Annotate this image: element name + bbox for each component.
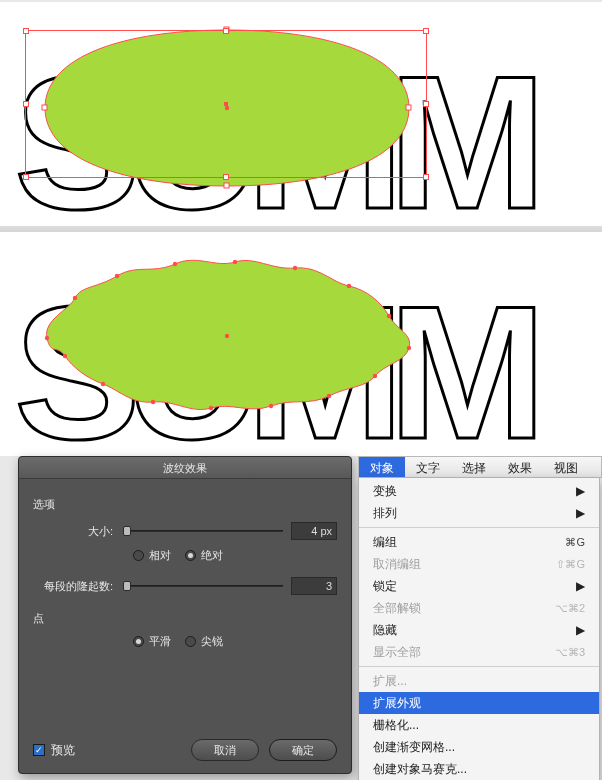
panel-region: 波纹效果 选项 大小: 相对 绝对 每段的隆起数: [0, 456, 602, 780]
size-input[interactable] [291, 522, 337, 540]
preview-checkbox[interactable]: ✓ 预览 [33, 742, 75, 759]
svg-point-12 [347, 284, 351, 288]
menu-item[interactable]: 扩展外观 [359, 692, 599, 714]
preview-label: 预览 [51, 742, 75, 759]
selection-bounding-box[interactable] [25, 30, 427, 178]
svg-point-20 [101, 382, 105, 386]
menu-type[interactable]: 文字 [405, 457, 451, 477]
menu-item: 全部解锁⌥⌘2 [359, 597, 599, 619]
svg-point-18 [209, 406, 213, 410]
options-group-label: 选项 [33, 497, 337, 512]
menu-item-label: 栅格化... [373, 717, 585, 734]
menu-item-label: 创建渐变网格... [373, 739, 585, 756]
menu-item-label: 变换 [373, 483, 576, 500]
submenu-arrow-icon: ▶ [576, 484, 585, 498]
submenu-arrow-icon: ▶ [576, 623, 585, 637]
menu-shortcut: ⇧⌘G [556, 558, 585, 571]
svg-point-16 [327, 394, 331, 398]
svg-point-8 [115, 274, 119, 278]
svg-point-19 [151, 400, 155, 404]
points-group-label: 点 [33, 611, 337, 626]
corner-radio[interactable]: 尖锐 [185, 634, 223, 649]
menu-item: 扩展... [359, 670, 599, 692]
menu-item[interactable]: 锁定▶ [359, 575, 599, 597]
radio-label: 尖锐 [201, 634, 223, 649]
menu-item[interactable]: 排列▶ [359, 502, 599, 524]
submenu-arrow-icon: ▶ [576, 579, 585, 593]
svg-point-21 [63, 354, 67, 358]
svg-point-10 [233, 260, 237, 264]
svg-point-17 [269, 404, 273, 408]
center-point [224, 102, 228, 106]
radio-label: 相对 [149, 548, 171, 563]
menu-item-label: 锁定 [373, 578, 576, 595]
menu-object[interactable]: 对象 [359, 457, 405, 477]
menu-item-label: 扩展外观 [373, 695, 585, 712]
radio-label: 平滑 [149, 634, 171, 649]
menubar: 对象 文字 选择 效果 视图 [358, 456, 602, 478]
object-menu-dropdown: 变换▶排列▶编组⌘G取消编组⇧⌘G锁定▶全部解锁⌥⌘2隐藏▶显示全部⌥⌘3扩展.… [358, 478, 600, 780]
menu-item: 取消编组⇧⌘G [359, 553, 599, 575]
absolute-radio[interactable]: 绝对 [185, 548, 223, 563]
ridges-slider[interactable] [123, 579, 283, 593]
artboard-after: SUMM [0, 232, 602, 456]
menu-separator [359, 527, 599, 528]
canvas-area: SUMM SUMM [0, 0, 602, 456]
resize-handle[interactable] [223, 28, 229, 34]
resize-handle[interactable] [223, 174, 229, 180]
radio-label: 绝对 [201, 548, 223, 563]
resize-handle[interactable] [423, 28, 429, 34]
menu-item-label: 隐藏 [373, 622, 576, 639]
menu-item[interactable]: 创建渐变网格... [359, 736, 599, 758]
artboard-before: SUMM [0, 0, 602, 226]
cancel-button[interactable]: 取消 [191, 739, 259, 761]
size-slider[interactable] [123, 524, 283, 538]
resize-handle[interactable] [423, 101, 429, 107]
roughen-dialog: 波纹效果 选项 大小: 相对 绝对 每段的隆起数: [18, 456, 352, 774]
svg-point-7 [73, 296, 77, 300]
menu-item-label: 排列 [373, 505, 576, 522]
menu-item-label: 创建对象马赛克... [373, 761, 585, 778]
menu-shortcut: ⌥⌘3 [555, 646, 585, 659]
svg-point-5 [225, 334, 229, 338]
svg-rect-4 [224, 183, 229, 188]
menu-effect[interactable]: 效果 [497, 457, 543, 477]
svg-point-11 [293, 266, 297, 270]
resize-handle[interactable] [423, 174, 429, 180]
resize-handle[interactable] [23, 174, 29, 180]
menu-select[interactable]: 选择 [451, 457, 497, 477]
menu-item[interactable]: 创建对象马赛克... [359, 758, 599, 780]
menu-item[interactable]: 隐藏▶ [359, 619, 599, 641]
menu-shortcut: ⌘G [565, 536, 585, 549]
ridges-input[interactable] [291, 577, 337, 595]
check-icon: ✓ [33, 744, 45, 756]
menu-view[interactable]: 视图 [543, 457, 589, 477]
ok-button[interactable]: 确定 [269, 739, 337, 761]
menu-item[interactable]: 编组⌘G [359, 531, 599, 553]
ridges-label: 每段的隆起数: [33, 579, 123, 594]
dialog-title: 波纹效果 [19, 457, 351, 479]
menu-item-label: 扩展... [373, 673, 585, 690]
menu-item-label: 全部解锁 [373, 600, 555, 617]
menu-separator [359, 666, 599, 667]
svg-point-13 [387, 314, 391, 318]
submenu-arrow-icon: ▶ [576, 506, 585, 520]
menu-shortcut: ⌥⌘2 [555, 602, 585, 615]
svg-point-15 [373, 374, 377, 378]
resize-handle[interactable] [23, 28, 29, 34]
menu-item[interactable]: 变换▶ [359, 480, 599, 502]
svg-point-9 [173, 262, 177, 266]
size-label: 大小: [33, 524, 123, 539]
menu-item-label: 编组 [373, 534, 565, 551]
svg-point-6 [45, 336, 49, 340]
roughened-shape[interactable] [25, 250, 429, 422]
relative-radio[interactable]: 相对 [133, 548, 171, 563]
smooth-radio[interactable]: 平滑 [133, 634, 171, 649]
menu-item: 显示全部⌥⌘3 [359, 641, 599, 663]
menu-item-label: 取消编组 [373, 556, 556, 573]
menu-item[interactable]: 栅格化... [359, 714, 599, 736]
svg-point-14 [407, 346, 411, 350]
resize-handle[interactable] [23, 101, 29, 107]
menu-item-label: 显示全部 [373, 644, 555, 661]
